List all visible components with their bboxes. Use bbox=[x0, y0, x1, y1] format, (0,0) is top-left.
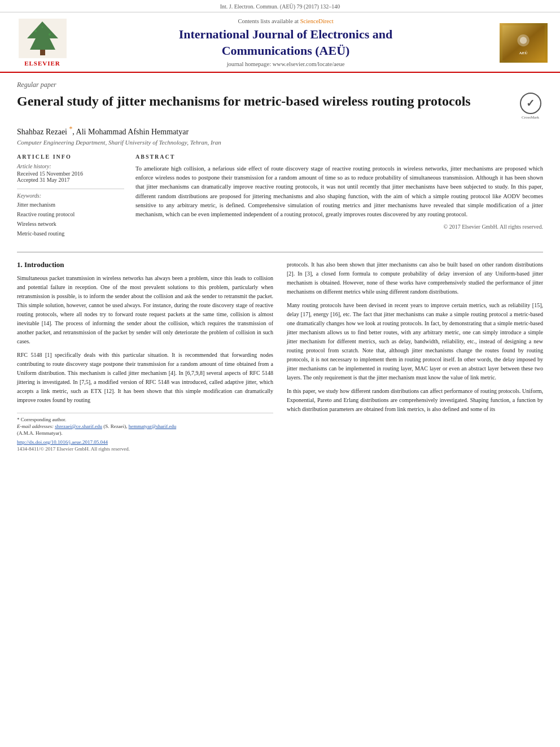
copyright-line: © 2017 Elsevier GmbH. All rights reserve… bbox=[135, 224, 543, 230]
right-para1: protocols. It has also been shown that j… bbox=[287, 260, 543, 296]
article-title: General study of jitter mechanisms for m… bbox=[17, 93, 509, 110]
keywords-section: Keywords: Jitter mechanism Reactive rout… bbox=[17, 193, 124, 238]
intro-para1: Simultaneous packet transmission in wire… bbox=[17, 274, 273, 346]
right-para2: Many routing protocols have been devised… bbox=[287, 301, 543, 382]
info-abstract-row: ARTICLE INFO Article history: Received 1… bbox=[17, 154, 543, 244]
doi-link[interactable]: http://dx.doi.org/10.1016/j.aeue.2017.05… bbox=[17, 439, 273, 445]
citation-text: Int. J. Electron. Commun. (AEÜ) 79 (2017… bbox=[220, 3, 340, 10]
journal-header: ELSEVIER Contents lists available at Sci… bbox=[0, 12, 560, 73]
keyword-3: Wireless network bbox=[17, 219, 124, 229]
keywords-title: Keywords: bbox=[17, 193, 124, 199]
abstract-text: To ameliorate high collision, a nefariou… bbox=[135, 164, 543, 220]
svg-text:AEÜ: AEÜ bbox=[519, 51, 527, 55]
abstract-title: ABSTRACT bbox=[135, 154, 543, 160]
article-info-title: ARTICLE INFO bbox=[17, 154, 124, 160]
citation-bar: Int. J. Electron. Commun. (AEÜ) 79 (2017… bbox=[0, 0, 560, 12]
crossmark-icon: ✓ bbox=[520, 93, 541, 114]
academic-paper-page: Int. J. Electron. Commun. (AEÜ) 79 (2017… bbox=[0, 0, 560, 747]
crossmark-label: CrossMark bbox=[522, 115, 539, 120]
affiliation: Computer Engineering Department, Sharif … bbox=[17, 139, 543, 146]
crossmark-area[interactable]: ✓ CrossMark bbox=[518, 93, 543, 120]
article-content: Regular paper General study of jitter me… bbox=[0, 73, 560, 463]
body-divider bbox=[17, 252, 543, 252]
keywords-list: Jitter mechanism Reactive routing protoc… bbox=[17, 200, 124, 238]
authors-text: Shahbaz Rezaei *, Ali Mohammad Afshin He… bbox=[17, 128, 189, 136]
keyword-2: Reactive routing protocol bbox=[17, 209, 124, 219]
body-columns: 1. Introduction Simultaneous packet tran… bbox=[17, 260, 543, 452]
aeue-logo: AEÜ bbox=[500, 23, 548, 63]
keyword-4: Metric-based routing bbox=[17, 229, 124, 238]
journal-title: International Journal of Electronics and… bbox=[79, 27, 492, 59]
email-link-1[interactable]: shrezaei@ce.sharif.edu bbox=[55, 423, 102, 429]
title-row: General study of jitter mechanisms for m… bbox=[17, 93, 543, 120]
authors: Shahbaz Rezaei *, Ali Mohammad Afshin He… bbox=[17, 125, 543, 137]
history-title: Article history: bbox=[17, 163, 124, 169]
elsevier-tree-icon bbox=[19, 19, 67, 58]
body-left-col: 1. Introduction Simultaneous packet tran… bbox=[17, 260, 273, 452]
accepted-date: Accepted 31 May 2017 bbox=[17, 177, 124, 183]
email-link-2[interactable]: hemmatyar@sharif.edu bbox=[129, 423, 177, 429]
right-para3: In this paper, we study how different ra… bbox=[287, 387, 543, 414]
sciencedirect-link-text[interactable]: ScienceDirect bbox=[300, 18, 334, 24]
paper-type: Regular paper bbox=[17, 81, 543, 89]
svg-point-4 bbox=[49, 33, 51, 36]
article-history: Article history: Received 15 November 20… bbox=[17, 163, 124, 183]
footnote-email2-name: (A.M.A. Hemmatyar). bbox=[17, 430, 273, 436]
journal-info-center: Contents lists available at ScienceDirec… bbox=[73, 18, 498, 67]
received-date: Received 15 November 2016 bbox=[17, 171, 124, 177]
intro-para2: RFC 5148 [1] specifically deals with thi… bbox=[17, 351, 273, 405]
footnote-email1: E-mail addresses: shrezaei@ce.sharif.edu… bbox=[17, 423, 273, 429]
svg-point-5 bbox=[41, 27, 43, 28]
svg-point-9 bbox=[519, 37, 526, 43]
body-right-col: protocols. It has also been shown that j… bbox=[287, 260, 543, 452]
svg-point-3 bbox=[34, 30, 37, 32]
journal-logo-right: AEÜ bbox=[498, 23, 549, 63]
footnote-area: * Corresponding author. E-mail addresses… bbox=[17, 413, 273, 436]
email-name-1: (S. Rezaei), bbox=[103, 423, 127, 429]
abstract-panel: ABSTRACT To ameliorate high collision, a… bbox=[135, 154, 543, 244]
footer-rights: 1434-8411/© 2017 Elsevier GmbH. All righ… bbox=[17, 446, 273, 452]
publisher-logo-area: ELSEVIER bbox=[11, 19, 73, 67]
sciencedirect-text: Contents lists available at ScienceDirec… bbox=[79, 18, 492, 24]
intro-heading: 1. Introduction bbox=[17, 260, 273, 269]
info-divider bbox=[17, 189, 124, 189]
keyword-1: Jitter mechanism bbox=[17, 200, 124, 209]
svg-rect-2 bbox=[40, 50, 45, 55]
footnote-corresponding: * Corresponding author. bbox=[17, 417, 273, 422]
journal-homepage: journal homepage: www.elsevier.com/locat… bbox=[79, 61, 492, 67]
elsevier-label: ELSEVIER bbox=[24, 60, 60, 67]
article-info-panel: ARTICLE INFO Article history: Received 1… bbox=[17, 154, 124, 244]
